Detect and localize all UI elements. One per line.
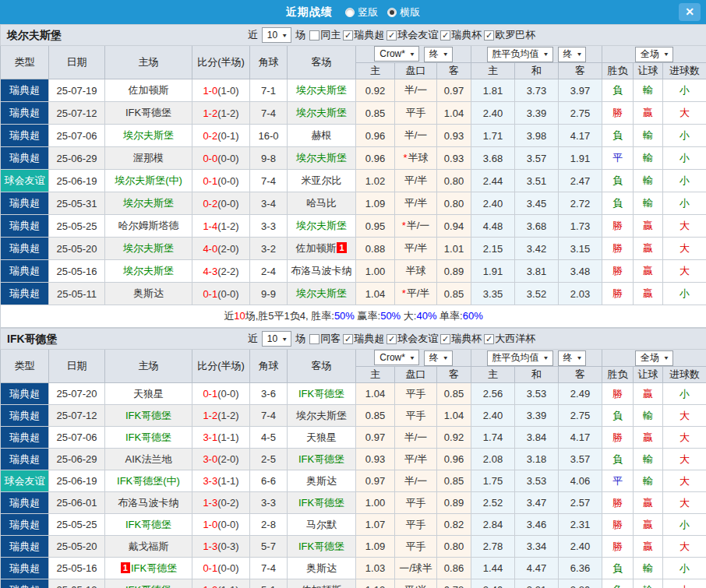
checkbox-icon[interactable]: ✓ bbox=[440, 30, 450, 40]
cell-result-handicap: 輸 bbox=[634, 79, 663, 102]
cell-avg-draw: 3.68 bbox=[515, 215, 559, 238]
summary-segment: 近 bbox=[224, 310, 234, 322]
cell-score: 1-0(1-0) bbox=[192, 79, 250, 102]
match-row: 瑞典超25-06-29渥那模0-0(0-0)9-8埃尔夫斯堡0.96*半球0.9… bbox=[1, 147, 706, 170]
scope-select-value: 全场 bbox=[641, 48, 659, 61]
cell-result-handicap: 贏 bbox=[634, 383, 663, 405]
cell-score: 3-3(1-1) bbox=[192, 470, 250, 492]
cell-result-handicap: 贏 bbox=[634, 536, 663, 558]
close-button[interactable]: ✕ bbox=[679, 3, 701, 21]
cell-date: 25-05-11 bbox=[49, 283, 105, 305]
halftime-score: (0-0) bbox=[217, 198, 238, 209]
competition-checkbox[interactable]: ✓大西洋杯 bbox=[484, 332, 535, 346]
scope-group-header: 全场▼ bbox=[602, 350, 706, 367]
cell-avg-away: 3.57 bbox=[559, 449, 602, 470]
competition-checkbox[interactable]: ✓瑞典杯 bbox=[440, 332, 482, 346]
cell-home-name: 佐加顿斯 bbox=[129, 84, 169, 96]
cell-score: 0-1(0-0) bbox=[192, 383, 250, 405]
cell-home-name: AIK法兰地 bbox=[125, 453, 172, 465]
cell-home: 埃尔夫斯堡 bbox=[105, 260, 192, 283]
cell-away: IFK哥德堡 bbox=[288, 536, 356, 558]
layout-radio-vertical[interactable] bbox=[345, 8, 355, 17]
cell-away: 布洛马波卡纳 bbox=[288, 260, 356, 283]
cell-avg-draw: 3.39 bbox=[515, 405, 559, 427]
checkbox-icon[interactable]: ✓ bbox=[387, 30, 397, 40]
col-corner: 角球 bbox=[250, 46, 288, 79]
checkbox-icon[interactable]: ✓ bbox=[343, 334, 353, 344]
avg-stage-select[interactable]: 终▼ bbox=[558, 47, 587, 62]
cell-odds-home: 1.03 bbox=[356, 558, 395, 579]
cell-away: 马尔默 bbox=[288, 514, 356, 536]
col-odds-home: 主 bbox=[356, 63, 395, 79]
competition-checkbox[interactable]: ✓瑞典超 bbox=[343, 332, 384, 346]
competition-checkbox[interactable]: ✓欧罗巴杯 bbox=[484, 28, 535, 42]
odds-company-select[interactable]: Crow*▼ bbox=[374, 350, 419, 365]
cell-result-handicap: 贏 bbox=[634, 427, 663, 449]
team-name: IFK哥德堡 bbox=[7, 329, 58, 349]
cell-avg-home: 1.91 bbox=[471, 260, 515, 283]
cell-corner: 4-5 bbox=[250, 427, 288, 449]
match-count-select[interactable]: 10▼ bbox=[262, 27, 291, 43]
cell-result-outcome: 勝 bbox=[602, 536, 634, 558]
cell-corner: 16-0 bbox=[250, 125, 288, 147]
cell-odds-handicap: 平/半 bbox=[395, 170, 437, 192]
fulltime-score: 1-3 bbox=[203, 497, 217, 509]
checkbox-icon[interactable] bbox=[309, 334, 319, 344]
layout-radio-vertical-label[interactable]: 竖版 bbox=[358, 6, 378, 18]
match-row: 瑞典超25-05-16埃尔夫斯堡4-3(2-2)2-4布洛马波卡纳1.00半球0… bbox=[1, 260, 706, 283]
competition-checkbox[interactable]: ✓球会友谊 bbox=[387, 332, 438, 346]
odds-company-select[interactable]: Crow*▼ bbox=[374, 46, 419, 62]
match-count-select-value: 10 bbox=[267, 30, 277, 40]
same-venue-checkbox[interactable]: 同主 bbox=[309, 28, 341, 42]
cell-odds-handicap: *半球 bbox=[395, 147, 437, 170]
cell-odds-away: 0.96 bbox=[437, 449, 471, 470]
checkbox-icon[interactable]: ✓ bbox=[484, 30, 494, 40]
competition-checkbox[interactable]: ✓瑞典杯 bbox=[440, 28, 482, 42]
competition-checkbox[interactable]: ✓球会友谊 bbox=[387, 28, 438, 42]
cell-avg-draw: 3.81 bbox=[515, 260, 559, 283]
match-row: 瑞典超25-05-25IFK哥德堡1-0(0-0)2-8马尔默1.07平手0.8… bbox=[1, 514, 706, 536]
cell-corner: 2-5 bbox=[250, 449, 288, 470]
avg-stage-select[interactable]: 终▼ bbox=[558, 350, 587, 366]
halftime-score: (0-3) bbox=[217, 540, 238, 552]
avg-type-select[interactable]: 胜平负均值▼ bbox=[487, 47, 553, 62]
layout-radio-horizontal[interactable] bbox=[387, 8, 397, 17]
scope-select[interactable]: 全场▼ bbox=[635, 350, 673, 366]
odds-stage-select[interactable]: 终▼ bbox=[424, 47, 453, 62]
cell-result-outcome: 勝 bbox=[602, 102, 634, 125]
cell-type: 瑞典超 bbox=[1, 215, 49, 238]
cell-odds-handicap: 平/半 bbox=[395, 192, 437, 215]
cell-odds-away: 0.93 bbox=[437, 147, 471, 170]
cell-corner: 3-4 bbox=[250, 192, 288, 215]
match-row: 瑞典超25-07-19佐加顿斯1-0(1-0)7-1埃尔夫斯堡0.92半/一0.… bbox=[1, 79, 706, 102]
cell-corner: 3-3 bbox=[250, 215, 288, 238]
halftime-score: (2-2) bbox=[217, 266, 238, 277]
layout-radio-horizontal-label[interactable]: 横版 bbox=[400, 6, 420, 18]
competition-checkbox[interactable]: ✓瑞典超 bbox=[343, 28, 384, 42]
cell-score: 3-1(1-1) bbox=[192, 427, 250, 449]
col-corner: 角球 bbox=[250, 350, 288, 383]
checkbox-icon[interactable]: ✓ bbox=[440, 334, 450, 344]
cell-result-goals: 大 bbox=[663, 492, 706, 514]
cell-date: 25-05-16 bbox=[49, 558, 105, 579]
same-venue-checkbox[interactable]: 同客 bbox=[309, 332, 341, 346]
checkbox-icon[interactable]: ✓ bbox=[343, 30, 353, 40]
checkbox-icon[interactable]: ✓ bbox=[387, 334, 397, 344]
checkbox-icon[interactable]: ✓ bbox=[484, 334, 494, 344]
chevron-down-icon: ▼ bbox=[543, 354, 549, 361]
cell-away: 埃尔夫斯堡 bbox=[288, 215, 356, 238]
cell-avg-away: 1.73 bbox=[559, 215, 602, 238]
red-card-badge: 1 bbox=[337, 242, 346, 253]
checkbox-icon[interactable] bbox=[309, 30, 319, 40]
match-row: 瑞典超25-05-161IFK哥德堡0-1(0-0)7-4奥斯达1.03一/球半… bbox=[1, 558, 706, 579]
cell-avg-home: 2.40 bbox=[471, 579, 515, 588]
scope-select[interactable]: 全场▼ bbox=[635, 47, 673, 62]
cell-avg-home: 2.40 bbox=[471, 405, 515, 427]
cell-avg-away: 2.57 bbox=[559, 492, 602, 514]
cell-away-name: 埃尔夫斯堡 bbox=[296, 84, 347, 96]
match-count-select[interactable]: 10▼ bbox=[262, 331, 291, 347]
odds-stage-select[interactable]: 终▼ bbox=[424, 350, 453, 366]
cell-away-name: 米亚尔比 bbox=[302, 174, 342, 186]
avg-type-select[interactable]: 胜平负均值▼ bbox=[487, 350, 553, 366]
cell-type: 瑞典超 bbox=[1, 102, 49, 125]
